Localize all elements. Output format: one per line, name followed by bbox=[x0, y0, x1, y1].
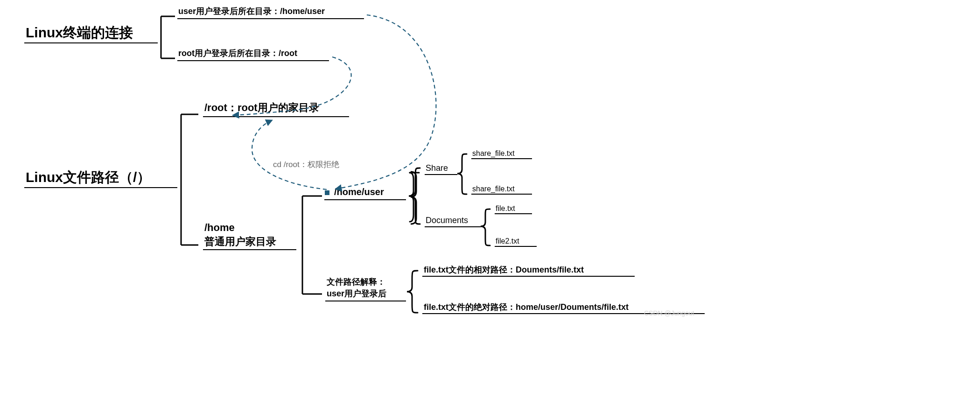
fs-home-line1: /home bbox=[204, 222, 235, 233]
docs-file2: file2.txt bbox=[496, 237, 519, 245]
diagram-canvas: Linux终端的连接 user用户登录后所在目录：/home/user root… bbox=[0, 0, 728, 317]
conn-user-label: user用户登录后所在目录：/home/user bbox=[178, 7, 325, 16]
documents-label: Documents bbox=[426, 216, 468, 225]
cd-root-denied: cd /root：权限拒绝 bbox=[273, 160, 339, 169]
fs-explain1: 文件路径解释： bbox=[326, 277, 385, 287]
rel-path: file.txt文件的相对路径：Douments/file.txt bbox=[424, 265, 584, 274]
watermark: CSDN @Jungout bbox=[644, 309, 694, 317]
root-filepath-title: Linux文件路径（/） bbox=[26, 169, 151, 185]
abs-path: file.txt文件的绝对路径：home/user/Douments/file.… bbox=[424, 302, 629, 312]
share-file1: share_file.txt bbox=[472, 149, 515, 158]
root-terminal-title: Linux终端的连接 bbox=[26, 25, 133, 40]
docs-file1: file.txt bbox=[496, 204, 515, 212]
fs-root-home: /root：root用户的家目录 bbox=[204, 102, 319, 113]
home-user-anchor bbox=[325, 190, 329, 195]
fs-explain2: user用户登录后 bbox=[327, 289, 386, 298]
fs-home-user: /home/user bbox=[334, 187, 384, 197]
share-file2: share_file.txt bbox=[472, 185, 515, 193]
fs-home-line2: 普通用户家目录 bbox=[204, 236, 276, 247]
conn-root-label: root用户登录后所在目录：/root bbox=[178, 49, 297, 58]
share-label: Share bbox=[426, 163, 448, 173]
